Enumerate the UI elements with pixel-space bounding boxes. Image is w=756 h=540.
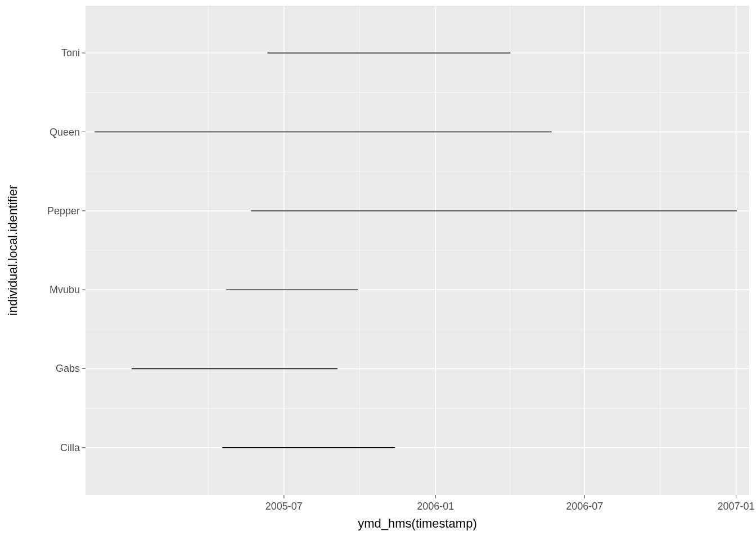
y-tick-label: Pepper <box>47 205 80 217</box>
y-tick-label: Toni <box>61 47 80 58</box>
y-tick-label: Cilla <box>60 442 80 453</box>
x-tick-label: 2006-07 <box>566 501 603 512</box>
chart-svg: 2005-072006-012006-072007-01CillaGabsMvu… <box>0 0 756 540</box>
x-tick-label: 2007-01 <box>718 501 755 512</box>
y-axis-title: individual.local.identifier <box>6 185 20 316</box>
y-tick-label: Gabs <box>56 363 80 374</box>
x-axis-title: ymd_hms(timestamp) <box>358 516 476 530</box>
x-tick-label: 2005-07 <box>266 501 303 512</box>
y-tick-label: Mvubu <box>50 284 80 295</box>
y-tick-label: Queen <box>50 127 80 138</box>
timeline-chart: 2005-072006-012006-072007-01CillaGabsMvu… <box>0 0 756 540</box>
x-tick-label: 2006-01 <box>417 501 454 512</box>
